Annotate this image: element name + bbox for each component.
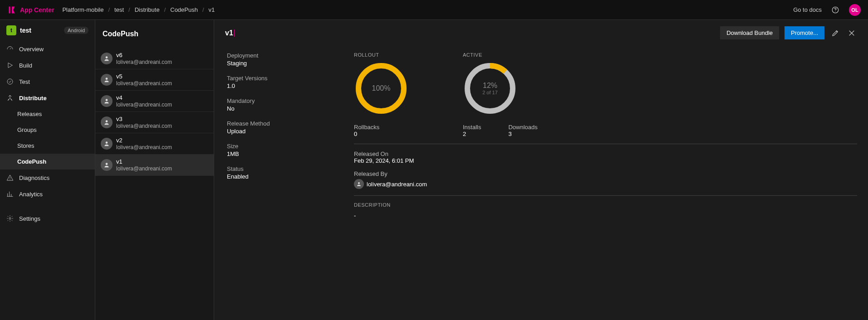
deployment-value: Staging	[227, 60, 318, 67]
released-by-value: lolivera@andreani.com	[367, 181, 427, 188]
check-circle-icon	[6, 78, 14, 85]
installs-label: Installs	[463, 124, 481, 131]
help-icon[interactable]	[830, 5, 841, 15]
user-icon	[101, 159, 113, 171]
breadcrumb-item[interactable]: v1	[209, 6, 215, 13]
released-on-label: Released On	[354, 150, 857, 157]
divider	[354, 144, 857, 144]
version-list: v6lolivera@andreani.com v5lolivera@andre…	[95, 48, 214, 176]
sidebar-item-releases[interactable]: Releases	[0, 106, 95, 122]
download-bundle-button[interactable]: Download Bundle	[720, 26, 779, 39]
version-item[interactable]: v1lolivera@andreani.com	[95, 155, 214, 176]
svg-point-7	[106, 99, 108, 101]
version-item[interactable]: v5lolivera@andreani.com	[95, 69, 214, 91]
version-item[interactable]: v4lolivera@andreani.com	[95, 91, 214, 112]
user-icon	[101, 53, 113, 64]
description-value: -	[354, 212, 857, 219]
version-email: lolivera@andreani.com	[116, 123, 172, 129]
user-icon	[101, 116, 113, 128]
active-donut-chart: 12% 2 of 17	[463, 61, 517, 116]
promote-button[interactable]: Promote...	[785, 26, 824, 39]
sidebar-item-label: Releases	[17, 111, 42, 117]
chart-icon	[6, 190, 14, 198]
user-icon	[101, 95, 113, 107]
version-email: lolivera@andreani.com	[116, 80, 172, 87]
sidebar-item-label: Settings	[19, 215, 40, 222]
close-icon[interactable]	[846, 28, 857, 39]
sidebar-item-label: CodePush	[17, 158, 46, 165]
downloads-label: Downloads	[508, 124, 537, 131]
distribute-icon	[6, 94, 14, 102]
app-header[interactable]: t test Android	[0, 20, 95, 41]
version-name: v1	[116, 158, 172, 165]
gauge-icon	[6, 45, 14, 53]
version-email: lolivera@andreani.com	[116, 59, 172, 65]
field-label: Mandatory	[227, 97, 318, 104]
svg-point-6	[106, 78, 108, 80]
description-label: DESCRIPTION	[354, 202, 857, 208]
edit-icon[interactable]	[830, 28, 841, 39]
sidebar-item-label: Overview	[19, 46, 44, 53]
svg-point-2	[7, 79, 13, 84]
sidebar-item-stores[interactable]: Stores	[0, 138, 95, 154]
sidebar-item-label: Build	[19, 62, 32, 69]
appcenter-logo-icon	[7, 5, 16, 15]
svg-point-10	[106, 163, 108, 165]
rollbacks-value: 0	[354, 131, 379, 137]
active-percent: 12%	[483, 82, 497, 90]
user-icon	[101, 74, 113, 86]
user-icon	[354, 179, 364, 189]
play-icon	[6, 62, 14, 69]
app-name: test	[20, 27, 31, 34]
sidebar-item-build[interactable]: Build	[0, 57, 95, 73]
status-value: Enabled	[227, 173, 318, 180]
rollbacks-label: Rollbacks	[354, 124, 379, 131]
rollout-block: ROLLOUT 100% Rollbacks0	[354, 52, 408, 137]
version-email: lolivera@andreani.com	[116, 144, 172, 150]
sidebar-item-analytics[interactable]: Analytics	[0, 186, 95, 202]
version-item[interactable]: v2lolivera@andreani.com	[95, 133, 214, 155]
version-name: v5	[116, 73, 172, 80]
sidebar-item-distribute[interactable]: Distribute	[0, 90, 95, 106]
active-ratio: 2 of 17	[482, 90, 498, 95]
mandatory-value: No	[227, 105, 318, 112]
version-name: v4	[116, 94, 172, 102]
release-method-value: Upload	[227, 128, 318, 135]
breadcrumb-item[interactable]: Distribute	[135, 6, 160, 13]
released-by-label: Released By	[354, 170, 857, 177]
text-cursor-icon	[234, 29, 235, 37]
main-panel: v1 Download Bundle Promote... Deployment…	[214, 20, 868, 320]
svg-point-8	[106, 120, 108, 122]
breadcrumb-item[interactable]: test	[114, 6, 124, 13]
topbar: App Center Platform-mobile/ test/ Distri…	[0, 0, 868, 20]
field-label: Release Method	[227, 120, 318, 127]
sidebar-item-overview[interactable]: Overview	[0, 41, 95, 57]
version-email: lolivera@andreani.com	[116, 102, 172, 108]
size-value: 1MB	[227, 150, 318, 157]
sidebar-item-settings[interactable]: Settings	[0, 210, 95, 227]
metrics-section: ROLLOUT 100% Rollbacks0	[354, 52, 857, 219]
version-item[interactable]: v6lolivera@andreani.com	[95, 48, 214, 69]
divider	[354, 195, 857, 196]
field-label: Size	[227, 143, 318, 150]
active-title: ACTIVE	[463, 52, 538, 58]
brand-label[interactable]: App Center	[20, 6, 54, 14]
breadcrumb-item[interactable]: CodePush	[170, 6, 198, 13]
breadcrumb-item[interactable]: Platform-mobile	[62, 6, 103, 13]
breadcrumb: Platform-mobile/ test/ Distribute/ CodeP…	[62, 6, 215, 13]
gear-icon	[6, 215, 14, 222]
rollout-title: ROLLOUT	[354, 52, 408, 58]
go-to-docs-link[interactable]: Go to docs	[793, 6, 822, 13]
sidebar-item-diagnostics[interactable]: Diagnostics	[0, 170, 95, 186]
sidebar-item-groups[interactable]: Groups	[0, 122, 95, 138]
version-item[interactable]: v3lolivera@andreani.com	[95, 112, 214, 133]
version-name: v3	[116, 116, 172, 123]
sidebar-item-label: Test	[19, 78, 30, 85]
version-column: CodePush v6lolivera@andreani.com v5loliv…	[95, 20, 214, 320]
sidebar-item-codepush[interactable]: CodePush	[0, 154, 95, 170]
user-avatar[interactable]: OL	[849, 4, 861, 16]
svg-point-3	[10, 179, 10, 179]
target-versions-value: 1.0	[227, 82, 318, 89]
version-email: lolivera@andreani.com	[116, 165, 172, 172]
sidebar-item-test[interactable]: Test	[0, 73, 95, 90]
